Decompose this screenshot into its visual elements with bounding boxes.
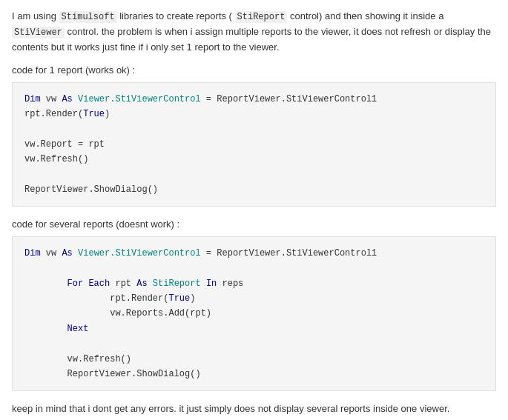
section2-label: code for several reports (doesnt work) : <box>12 217 496 232</box>
kw-each: Each <box>88 279 110 289</box>
type-viewer1: Viewer.StiViewerControl <box>78 94 201 104</box>
inline-stimulsoft: Stimulsoft <box>59 11 117 23</box>
kw-true1: True <box>83 109 105 119</box>
kw-dim1: Dim <box>24 94 41 104</box>
type-viewer2: Viewer.StiViewerControl <box>78 248 201 259</box>
inline-stiviewer: StiViewer <box>12 27 65 39</box>
intro-paragraph: I am using Stimulsoft libraries to creat… <box>12 9 496 56</box>
code-block-1: Dim vw As Viewer.StiViewerControl = Repo… <box>12 82 496 207</box>
kw-for: For <box>67 279 84 289</box>
kw-true2: True <box>168 293 190 304</box>
footer-section: keep in mind that i dont get any errors.… <box>12 401 496 420</box>
kw-as2: As <box>62 248 72 259</box>
kw-in: In <box>206 279 217 289</box>
kw-dim2: Dim <box>24 248 41 259</box>
type-stireport: StiReport <box>153 279 201 289</box>
kw-as1: As <box>62 94 72 104</box>
kw-as3: As <box>136 279 147 289</box>
section1-label: code for 1 report (works ok) : <box>12 63 496 78</box>
inline-stireport: StiReport <box>235 11 288 23</box>
code-block-2: Dim vw As Viewer.StiViewerControl = Repo… <box>12 236 496 392</box>
footer-text1: keep in mind that i dont get any errors.… <box>12 401 496 417</box>
kw-next: Next <box>67 324 89 334</box>
